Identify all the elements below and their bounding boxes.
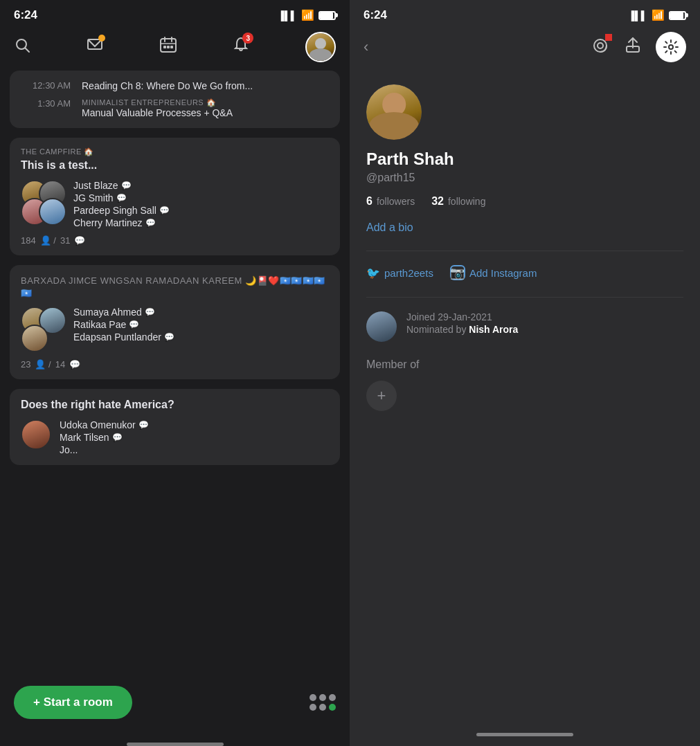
activity-dots[interactable] bbox=[309, 694, 336, 711]
svg-rect-7 bbox=[163, 46, 166, 48]
joined-row: Joined 29-Jan-2021 Nominated by Nish Aro… bbox=[366, 311, 683, 342]
speaker-name-2: JG Smith 💬 bbox=[73, 192, 170, 203]
room-speakers-1: Just Blaze 💬 JG Smith 💬 Pardeep Singh Sa… bbox=[21, 180, 329, 228]
profile-avatar bbox=[366, 84, 422, 140]
svg-rect-3 bbox=[161, 39, 176, 52]
speaker-name-3: Pardeep Singh Sall 💬 bbox=[73, 205, 170, 216]
profile-stats: 6 followers 32 following bbox=[366, 195, 683, 208]
mic-icon: 💬 bbox=[145, 218, 156, 228]
add-club-button[interactable]: + bbox=[366, 381, 397, 411]
followers-count: 6 bbox=[366, 195, 373, 208]
room-names-1: Just Blaze 💬 JG Smith 💬 Pardeep Singh Sa… bbox=[73, 180, 170, 228]
dot-2 bbox=[319, 694, 326, 701]
following-count: 32 bbox=[431, 195, 444, 208]
twitter-icon: 🐦 bbox=[366, 266, 380, 280]
nominator-avatar bbox=[366, 311, 397, 342]
room-label-2: Barxada Jimce Wngsan Ramadaan Kareem 🌙🎴❤… bbox=[21, 275, 329, 300]
bell-icon[interactable]: 3 bbox=[232, 36, 250, 58]
mic-icon: 💬 bbox=[159, 206, 170, 215]
top-nav-right: ‹ bbox=[350, 26, 700, 71]
profile-name: Parth Shah bbox=[366, 149, 683, 169]
schedule-group-label: MINIMALIST ENTREPRENEURS 🏠 bbox=[82, 98, 233, 107]
speaker-name-4: Cherry Martinez 💬 bbox=[73, 217, 170, 228]
svg-rect-8 bbox=[167, 46, 170, 48]
dot-6-active bbox=[329, 704, 336, 711]
room-speakers-2: Sumaya Ahmed 💬 Ratikaa Pae 💬 Edapsan Pun… bbox=[21, 307, 329, 352]
instagram-icon: 📷 bbox=[450, 265, 465, 280]
start-room-button[interactable]: + Start a room bbox=[14, 686, 132, 719]
settings-gear-button[interactable] bbox=[656, 32, 686, 62]
following-label: following bbox=[448, 196, 485, 207]
speaker-avatar-8 bbox=[21, 419, 51, 450]
dot-5 bbox=[319, 704, 326, 711]
room-speakers-3: Udoka Omenukor 💬 Mark Tilsen 💬 Jo... bbox=[21, 419, 329, 455]
back-button[interactable]: ‹ bbox=[364, 38, 368, 56]
svg-point-11 bbox=[598, 43, 603, 48]
schedule-card: 12:30 AM Reading Ch 8: Where Do We Go fr… bbox=[10, 71, 340, 128]
search-icon[interactable] bbox=[14, 37, 30, 57]
add-instagram-label: Add Instagram bbox=[469, 267, 537, 279]
status-bar-left: 6:24 ▐▌▌ 📶 bbox=[0, 0, 350, 26]
room-card-3[interactable]: Does the right hate America? Udoka Omenu… bbox=[10, 389, 340, 465]
room-label-1: THE CAMPFIRE 🏠 bbox=[21, 147, 329, 156]
divider-1 bbox=[366, 251, 683, 251]
instagram-link[interactable]: 📷 Add Instagram bbox=[450, 265, 537, 280]
bell-badge: 3 bbox=[242, 33, 253, 44]
speaker-name-8: Udoka Omenukor 💬 bbox=[60, 419, 149, 430]
room-title-1: This is a test... bbox=[21, 159, 329, 172]
speaker-name-6: Ratikaa Pae 💬 bbox=[73, 319, 174, 330]
room-avatars-3 bbox=[21, 419, 53, 451]
mic-icon: 💬 bbox=[121, 181, 132, 190]
room-card-1[interactable]: THE CAMPFIRE 🏠 This is a test... Just Bl… bbox=[10, 138, 340, 255]
dot-3 bbox=[329, 694, 336, 701]
twitter-handle: parth2eets bbox=[384, 267, 433, 279]
user-avatar[interactable] bbox=[305, 32, 336, 62]
profile-handle: @parth15 bbox=[366, 172, 683, 184]
speaker-name-10: Jo... bbox=[60, 444, 149, 455]
battery-icon bbox=[318, 11, 336, 20]
signal-icon-right: ▐▌▌ bbox=[628, 10, 647, 21]
room-stats-1: 184 👤 / 31 💬 bbox=[21, 235, 329, 246]
followers-label: followers bbox=[377, 196, 415, 207]
add-bio-button[interactable]: Add a bio bbox=[366, 221, 683, 234]
nominated-by: Nominated by Nish Arora bbox=[406, 324, 518, 335]
share-icon[interactable] bbox=[624, 36, 642, 58]
profile-content: Parth Shah @parth15 6 followers 32 follo… bbox=[350, 71, 700, 726]
schedule-time-1: 12:30 AM bbox=[21, 80, 71, 91]
home-indicator-right bbox=[476, 733, 573, 736]
room-avatars-2 bbox=[21, 307, 66, 352]
speaker-avatar-4 bbox=[39, 198, 66, 226]
status-time-left: 6:24 bbox=[14, 8, 37, 22]
social-row: 🐦 parth2eets 📷 Add Instagram bbox=[366, 265, 683, 280]
wifi-icon-right: 📶 bbox=[652, 9, 665, 21]
room-title-3: Does the right hate America? bbox=[21, 399, 329, 411]
schedule-group: MINIMALIST ENTREPRENEURS 🏠 Manual Valuab… bbox=[82, 98, 233, 118]
status-time-right: 6:24 bbox=[364, 8, 387, 22]
schedule-time-2: 1:30 AM bbox=[21, 98, 71, 109]
svg-line-1 bbox=[26, 48, 30, 53]
room-avatars-1 bbox=[21, 180, 66, 226]
followers-stat: 6 followers bbox=[366, 195, 415, 208]
status-icons-right: ▐▌▌ 📶 bbox=[628, 9, 686, 21]
divider-2 bbox=[366, 297, 683, 298]
mic-icon: 💬 bbox=[116, 193, 127, 203]
schedule-title-1: Reading Ch 8: Where Do We Go from... bbox=[82, 80, 329, 91]
speaker-name-5: Sumaya Ahmed 💬 bbox=[73, 307, 174, 318]
speaker-name-1: Just Blaze 💬 bbox=[73, 180, 170, 191]
svg-rect-9 bbox=[170, 46, 173, 48]
battery-icon-right bbox=[669, 11, 686, 20]
room-card-2[interactable]: Barxada Jimce Wngsan Ramadaan Kareem 🌙🎴❤… bbox=[10, 265, 340, 379]
speaker-name-7: Edapsan Puntlander 💬 bbox=[73, 331, 174, 343]
nominator-name: Nish Arora bbox=[469, 324, 518, 335]
member-of-label: Member of bbox=[366, 358, 683, 371]
twitter-link[interactable]: 🐦 parth2eets bbox=[366, 266, 433, 280]
schedule-row-2: 1:30 AM MINIMALIST ENTREPRENEURS 🏠 Manua… bbox=[21, 98, 329, 118]
calendar-icon[interactable] bbox=[159, 36, 177, 58]
mention-icon[interactable] bbox=[591, 36, 610, 58]
dot-4 bbox=[309, 704, 316, 711]
joined-text: Joined 29-Jan-2021 Nominated by Nish Aro… bbox=[406, 311, 518, 335]
joined-date: Joined 29-Jan-2021 bbox=[406, 311, 518, 322]
compose-icon[interactable] bbox=[86, 36, 104, 58]
dot-1 bbox=[309, 694, 316, 701]
right-panel: 6:24 ▐▌▌ 📶 ‹ bbox=[350, 0, 700, 746]
